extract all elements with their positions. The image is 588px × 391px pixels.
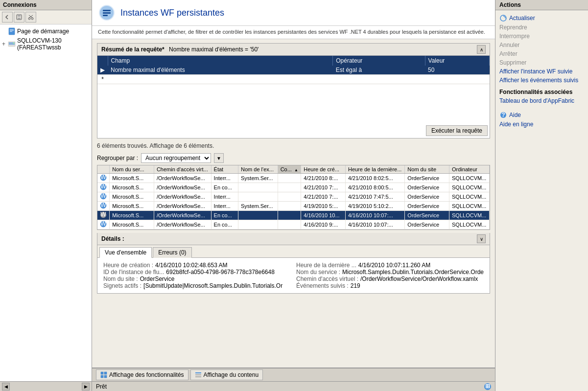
details-right: Heure de la dernière ... 4/16/2010 10:07… [296,262,484,289]
tree-expander [2,28,8,35]
svg-rect-32 [101,372,103,374]
list-icon [195,371,202,378]
execute-button[interactable]: Exécuter la requête [426,125,488,136]
detail-lastmod-value: 4/16/2010 10:07:11.260 AM [358,262,430,269]
sidebar: Connexions Page de démarrage + SQLLOCVM-… [0,0,92,391]
query-collapse-button[interactable]: ∧ [477,45,486,54]
result-lastmod-5: 4/16/2010 10:07:... [345,211,404,220]
sort-icon: ▲ [294,168,298,172]
result-row-4[interactable]: W Microsoft.S... /OrderWorkflowSe... Int… [97,202,490,211]
sidebar-item-page-demarrage[interactable]: Page de démarrage [0,26,92,36]
result-corr-6 [278,220,301,230]
action-actualiser[interactable]: Actualiser [499,13,584,23]
col-operateur: Opérateur [333,56,425,66]
row-icon-2: W [97,183,110,192]
col-service-name[interactable]: Nom du ser... [110,165,154,174]
col-site[interactable]: Nom du site [405,165,449,174]
query-operateur[interactable]: Est égal à [333,66,425,75]
result-row-1[interactable]: W Microsoft.S... /OrderWorkflowSe... Int… [97,174,490,183]
groupby-select[interactable]: Aucun regroupement [141,153,211,163]
action-afficher-events[interactable]: Afficher les événements suivis [499,76,584,85]
result-state-2: En co... [211,183,238,192]
col-icon-header [97,165,110,174]
wf-instances-icon [98,4,116,22]
detail-lastmod-label: Heure de la dernière ... [296,262,356,269]
sidebar-header: Connexions [0,0,92,10]
svg-rect-19 [103,15,108,16]
bottom-toolbar: Affichage des fonctionnalités Affichage … [92,368,495,381]
bottom-tab-contenu-label: Affichage du contenu [204,371,259,378]
col-indicator [97,56,108,66]
result-corr-1 [278,174,301,183]
col-path[interactable]: Chemin d'accès virt... [154,165,211,174]
bottom-tab-contenu[interactable]: Affichage du contenu [190,369,263,380]
execute-row: Exécuter la requête [97,123,490,138]
col-exec-name[interactable]: Nom de l'ex... [238,165,278,174]
tab-erreurs[interactable]: Erreurs (0) [153,247,191,258]
result-service-4: Microsoft.S... [110,202,154,211]
result-site-2: OrderService [405,183,449,192]
svg-text:W: W [100,211,106,218]
col-corr[interactable]: Co... ▲ [278,165,301,174]
details-collapse-button[interactable]: ∨ [477,234,486,243]
detail-path-label: Chemin d'accès virtuel : [296,276,358,282]
query-new-champ[interactable] [108,75,333,84]
page-header: Instances WF persistantes [92,0,495,26]
actions-body: Actualiser Reprendre Interrompre Annuler… [495,10,588,391]
query-new-valeur[interactable] [425,75,489,84]
action-aide-label: Aide [509,112,521,118]
result-row-5[interactable]: W Microsoft.S... /OrderWorkflowSe... En … [97,211,490,220]
action-aide-ligne[interactable]: Aide en ligne [499,120,584,129]
sidebar-save-button[interactable] [14,12,24,23]
detail-row-lastmod: Heure de la dernière ... 4/16/2010 10:07… [296,262,484,269]
action-afficher-wf[interactable]: Afficher l'instance WF suivie [499,67,584,76]
query-row-new[interactable]: * [97,75,490,84]
col-computer[interactable]: Ordinateur [449,165,490,174]
tree-expander-server[interactable]: + [2,41,8,47]
result-corr-3 [278,192,301,202]
row-icon-3: W [97,192,110,202]
query-new-operateur[interactable] [333,75,425,84]
sidebar-item-server[interactable]: + SQLLOCVM-130 (FAREAST\wssb [0,36,92,52]
result-exec-6 [238,220,278,230]
result-path-1: /OrderWorkflowSe... [154,174,211,183]
result-row-3[interactable]: W Microsoft.S... /OrderWorkflowSe... Int… [97,192,490,202]
query-champ[interactable]: Nombre maximal d'éléments [108,66,333,75]
action-annuler-label: Annuler [499,42,519,48]
result-row-2[interactable]: W Microsoft.S... /OrderWorkflowSe... En … [97,183,490,192]
details-header: Détails : ∨ [97,233,490,245]
row-icon-4: W [97,202,110,211]
result-created-6: 4/16/2010 9:... [301,220,346,230]
col-champ: Champ [108,56,333,66]
result-corr-2 [278,183,301,192]
sidebar-bottom: ◀ ▶ [0,381,92,391]
sidebar-cut-button[interactable] [25,12,36,23]
results-table-wrapper[interactable]: Nom du ser... Chemin d'accès virt... Éta… [97,165,490,230]
col-lastmod[interactable]: Heure de la dernière... [345,165,404,174]
sidebar-scroll-right[interactable]: ▶ [82,383,90,391]
detail-row-events: Événements suivis : 219 [296,282,484,289]
detail-path-value: /OrderWorkflowService/OrderWorkflow.xaml… [360,276,478,282]
actions-header: Actions [495,0,588,10]
tab-vue-ensemble[interactable]: Vue d'ensemble [99,247,152,258]
query-table-wrapper: Champ Opérateur Valeur ▶ Nombre maximal … [97,56,490,138]
action-aide[interactable]: ? Aide [499,110,584,120]
refresh-icon [499,14,507,22]
svg-text:W: W [100,202,106,208]
details-body: Heure de création : 4/16/2010 10:02:48.6… [97,258,490,293]
groupby-dropdown-button[interactable]: ▼ [214,153,224,163]
svg-rect-13 [9,44,15,45]
col-created[interactable]: Heure de cré... [301,165,346,174]
result-created-3: 4/21/2010 7:... [301,192,346,202]
query-summary-header: Résumé de la requête* Nombre maximal d'é… [97,43,490,56]
query-valeur[interactable]: 50 [425,66,489,75]
sidebar-scroll-left[interactable]: ◀ [2,383,10,391]
query-row-selected[interactable]: ▶ Nombre maximal d'éléments Est égal à 5… [97,66,490,75]
bottom-tab-fonctionnalites[interactable]: Affichage des fonctionnalités [96,369,188,380]
sidebar-back-button[interactable] [2,12,13,23]
action-reprendre-label: Reprendre [499,24,527,31]
result-row-6[interactable]: W Microsoft.S... /OrderWorkflowSe... En … [97,220,490,230]
detail-row-created: Heure de création : 4/16/2010 10:02:48.6… [103,262,286,269]
action-tableau-bord[interactable]: Tableau de bord d'AppFabric [499,96,584,105]
col-state[interactable]: État [211,165,238,174]
